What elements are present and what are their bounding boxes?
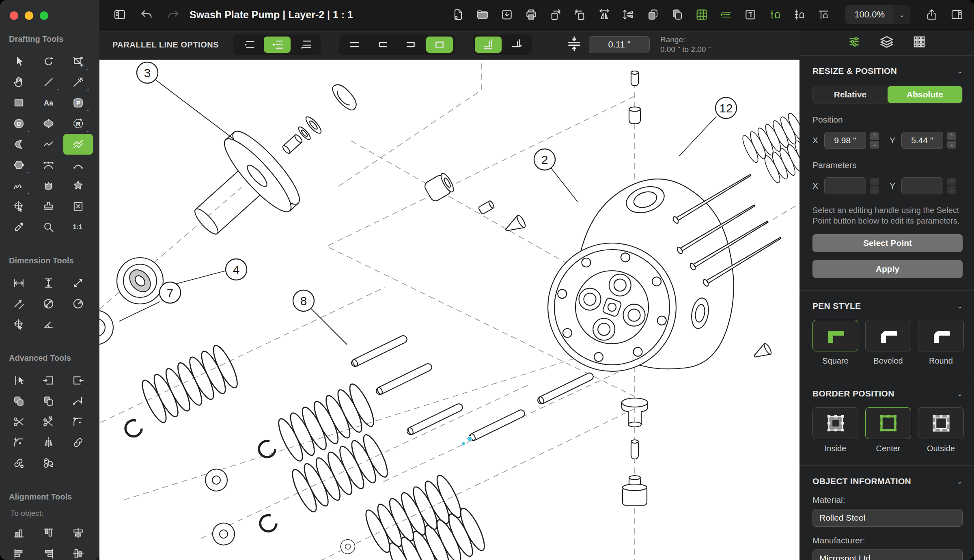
pan-tool[interactable] (4, 72, 34, 93)
relative-absolute-toggle[interactable]: Relative Absolute (812, 86, 963, 103)
dim-vertical-tool[interactable] (34, 273, 63, 293)
dim-horizontal-tool[interactable] (4, 273, 34, 293)
spacing-input[interactable]: 0.11 " (589, 36, 650, 53)
window-controls[interactable] (0, 0, 99, 20)
transform-tool[interactable]: ⌄ (63, 51, 93, 72)
polygon-tool[interactable]: ⌄ (4, 155, 34, 175)
collapse-chevron-icon[interactable]: ⌄ (957, 302, 963, 310)
rotate-ccw-icon[interactable] (571, 6, 589, 24)
collapse-chevron-icon[interactable]: ⌄ (957, 67, 963, 75)
collapse-chevron-icon[interactable]: ⌄ (957, 390, 963, 398)
border-position-inside[interactable]: Inside (812, 407, 858, 453)
construction-line-tool[interactable]: ⌄ (63, 72, 93, 93)
union-tool[interactable] (4, 391, 34, 411)
cap-end-button[interactable] (398, 37, 425, 53)
align-left-tool[interactable] (4, 543, 34, 560)
apply-button[interactable]: Apply (812, 260, 963, 278)
align-bottom-tool[interactable] (4, 523, 34, 543)
mirror-tool[interactable] (34, 432, 63, 453)
dim-diagonal-tool[interactable] (63, 273, 93, 293)
rotate-tool[interactable] (34, 51, 63, 72)
center-point-tool[interactable] (4, 196, 34, 217)
text-tool[interactable]: Aa (34, 93, 63, 113)
subtract-tool[interactable] (34, 391, 63, 411)
irregular-polygon-tool[interactable] (34, 175, 63, 196)
multi-trim-tool[interactable]: M (34, 411, 63, 432)
align-hcenter-tool[interactable] (63, 543, 93, 560)
zoom-control[interactable]: 100.0% ⌄ (845, 5, 910, 24)
rectangle-tool[interactable] (4, 93, 34, 113)
absolute-option[interactable]: Absolute (888, 86, 962, 103)
position-x-stepper[interactable]: ⌃⌄ (870, 132, 879, 149)
tab-library[interactable] (912, 34, 927, 51)
rotate-cw-icon[interactable] (547, 6, 565, 24)
panel-right-icon[interactable] (948, 6, 966, 24)
snap-object-icon[interactable] (766, 6, 784, 24)
parameter-x-stepper[interactable]: ⌃⌄ (870, 177, 879, 194)
share-icon[interactable] (923, 6, 941, 24)
select-tool[interactable] (4, 51, 34, 72)
align-top-tool[interactable] (34, 523, 63, 543)
arc-tool[interactable] (63, 155, 93, 175)
grid-icon[interactable] (693, 6, 711, 24)
position-y-field[interactable]: 5.44 " (901, 132, 943, 149)
object-field-value[interactable]: Microspot Ltd (812, 549, 963, 560)
redo-icon[interactable] (164, 6, 182, 24)
concave-polygon-tool[interactable] (4, 134, 34, 155)
parameter-y-stepper[interactable]: ⌃⌄ (947, 177, 956, 194)
parameter-x-field[interactable] (824, 177, 866, 194)
minimize-window-button[interactable] (25, 11, 33, 20)
tab-layers[interactable] (879, 34, 894, 51)
radius-circle-tool[interactable]: R⌄ (63, 113, 93, 134)
join-corner-alt-button[interactable] (503, 37, 530, 53)
frame-icon[interactable] (741, 6, 759, 24)
print-icon[interactable] (522, 6, 540, 24)
relative-option[interactable]: Relative (813, 86, 888, 103)
new-document-icon[interactable] (449, 6, 467, 24)
parallel-line-tool[interactable]: ⌄ (63, 134, 93, 155)
actual-size-tool[interactable]: 1:1 (63, 217, 93, 237)
ends-open-button[interactable] (341, 37, 368, 53)
position-x-field[interactable]: 9.98 " (824, 132, 866, 149)
duplicate-icon[interactable] (644, 6, 662, 24)
flip-horizontal-icon[interactable] (595, 6, 613, 24)
trim-tool[interactable] (4, 411, 34, 432)
line-tool[interactable]: ⌄ (34, 72, 63, 93)
freehand-tool[interactable]: ⌄ (4, 175, 34, 196)
dim-angled-tool[interactable] (4, 293, 34, 314)
offset-left-button[interactable] (235, 37, 262, 53)
zoom-window-button[interactable] (40, 11, 48, 20)
pen-style-round[interactable]: Round (918, 320, 964, 366)
zoom-chevron-icon[interactable]: ⌄ (894, 5, 910, 24)
position-y-stepper[interactable]: ⌃⌄ (947, 132, 956, 149)
unlink-tool[interactable] (4, 453, 34, 474)
tab-properties[interactable] (847, 34, 862, 51)
offset-center-button[interactable] (264, 37, 291, 53)
cap-start-button[interactable] (369, 37, 396, 53)
zoom-tool[interactable] (34, 217, 63, 237)
sidebar-toggle-icon[interactable] (111, 6, 129, 24)
diameter-circle-tool[interactable]: D⌄ (4, 113, 34, 134)
polyline-tool[interactable] (34, 134, 63, 155)
parallel-snap-icon[interactable] (717, 6, 735, 24)
edit-line-tool[interactable] (4, 370, 34, 391)
ellipse-tool[interactable] (34, 113, 63, 134)
select-point-button[interactable]: Select Point (812, 234, 963, 252)
bezier-tool[interactable] (34, 155, 63, 175)
dim-diameter-tool[interactable] (34, 293, 63, 314)
undo-icon[interactable] (138, 6, 155, 24)
open-folder-icon[interactable] (474, 6, 491, 24)
ungroup-tool[interactable] (34, 453, 63, 474)
offset-right-button[interactable] (292, 37, 319, 53)
parameter-y-field[interactable] (901, 177, 943, 194)
parallelogram-tool[interactable]: P⌄ (63, 93, 93, 113)
pen-style-square[interactable]: Square (812, 320, 858, 366)
copy-icon[interactable] (668, 6, 686, 24)
selection-handles[interactable] (462, 436, 472, 445)
dim-angle-tool[interactable] (34, 314, 63, 335)
pen-style-beveled[interactable]: Beveled (865, 320, 911, 366)
star-tool[interactable] (63, 175, 93, 196)
border-position-center[interactable]: Center (865, 407, 911, 453)
eyedropper-tool[interactable] (4, 217, 34, 237)
snap-guide-icon[interactable] (815, 6, 832, 24)
